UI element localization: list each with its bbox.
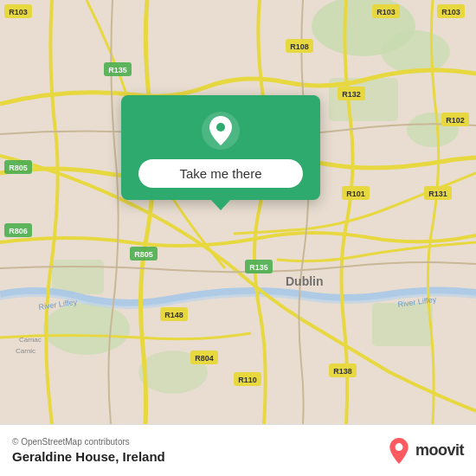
svg-rect-6 xyxy=(52,260,104,294)
svg-text:R138: R138 xyxy=(333,367,352,376)
svg-text:R132: R132 xyxy=(342,90,361,99)
svg-text:R103: R103 xyxy=(376,8,396,16)
moovit-pin-icon xyxy=(387,437,411,465)
svg-text:R131: R131 xyxy=(428,190,447,198)
location-popup: Take me there xyxy=(121,95,320,200)
map-container: R103 R135 R103 R103 R108 R132 R102 R805 … xyxy=(0,0,476,424)
svg-rect-8 xyxy=(372,303,433,346)
svg-text:R135: R135 xyxy=(249,263,268,272)
svg-text:R103: R103 xyxy=(9,8,28,16)
svg-text:R135: R135 xyxy=(108,66,127,74)
svg-text:R103: R103 xyxy=(441,8,460,16)
take-me-there-button[interactable]: Take me there xyxy=(138,159,303,188)
svg-text:R805: R805 xyxy=(9,164,28,172)
bottom-left-info: © OpenStreetMap contributors Geraldine H… xyxy=(12,437,165,464)
map-background: R103 R135 R103 R103 R108 R132 R102 R805 … xyxy=(0,0,476,424)
svg-text:Carnac: Carnac xyxy=(19,336,42,344)
moovit-brand-text: moovit xyxy=(415,441,464,460)
location-name: Geraldine House, Ireland xyxy=(12,449,165,464)
svg-text:R108: R108 xyxy=(290,42,309,51)
moovit-logo: moovit xyxy=(387,437,464,465)
svg-text:Dublin: Dublin xyxy=(286,274,324,288)
svg-point-51 xyxy=(216,123,225,132)
svg-text:R806: R806 xyxy=(9,227,28,235)
osm-attribution: © OpenStreetMap contributors xyxy=(12,437,165,447)
svg-text:R110: R110 xyxy=(238,376,257,384)
svg-text:R804: R804 xyxy=(195,354,214,363)
bottom-bar: © OpenStreetMap contributors Geraldine H… xyxy=(0,424,476,476)
svg-text:Carnic: Carnic xyxy=(16,347,35,355)
svg-text:R102: R102 xyxy=(446,116,465,125)
svg-text:R148: R148 xyxy=(164,311,183,319)
svg-point-5 xyxy=(43,303,130,355)
svg-text:R101: R101 xyxy=(346,190,365,198)
svg-text:R805: R805 xyxy=(134,250,153,259)
svg-point-52 xyxy=(396,443,403,451)
svg-point-2 xyxy=(381,30,450,74)
location-pin-icon xyxy=(201,111,241,151)
